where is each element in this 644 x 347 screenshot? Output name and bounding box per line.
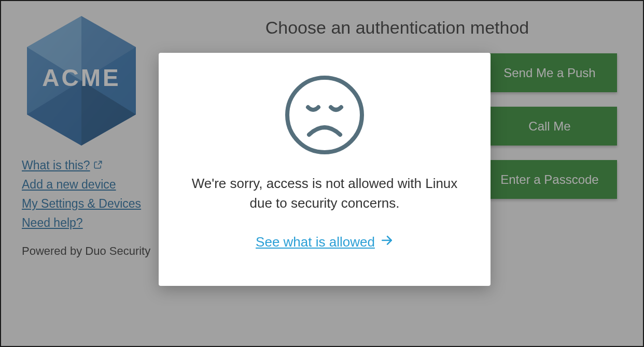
auth-prompt-frame: ACME What is this? Add a new device My S…	[0, 0, 644, 347]
access-denied-modal: We're sorry, access is not allowed with …	[159, 53, 491, 286]
svg-point-7	[287, 78, 362, 152]
sad-face-icon	[283, 74, 366, 158]
see-what-allowed-link[interactable]: See what is allowed	[256, 234, 394, 251]
link-label: See what is allowed	[256, 234, 375, 250]
modal-message: We're sorry, access is not allowed with …	[179, 174, 470, 213]
arrow-right-icon	[380, 234, 394, 251]
